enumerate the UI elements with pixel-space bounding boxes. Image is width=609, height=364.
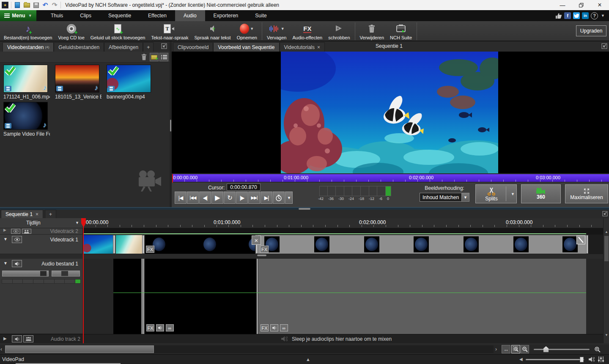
zoom-slider[interactable] (534, 349, 590, 350)
clip-shortcut-icon[interactable] (14, 2, 21, 8)
audio-fx-badge[interactable]: FX (146, 324, 154, 331)
redo-icon[interactable]: ↷ (51, 2, 58, 8)
open-folder-icon[interactable] (23, 2, 30, 8)
scroll-right-icon[interactable]: › (495, 346, 497, 352)
tab-voorbeeld-van-sequentie[interactable]: Voorbeeld van Sequentie (213, 42, 279, 52)
audiotrack2-row[interactable]: ▶ Audio track 2 Sleep je audioclips hier… (0, 334, 603, 343)
video-clip-reef[interactable] (83, 235, 113, 254)
audio-link-badge[interactable]: ∞ (280, 324, 288, 331)
facebook-icon[interactable]: f (564, 12, 571, 19)
step-forward-button[interactable]: |▶ (236, 192, 248, 204)
eye-icon[interactable] (11, 229, 20, 234)
timeline-vscrollbar[interactable]: ▲ ▼ (603, 218, 609, 343)
videotrack1-header[interactable]: ▼ Videotrack 1 (0, 235, 82, 254)
playhead-line[interactable] (83, 219, 84, 343)
menu-button[interactable]: Menu▼ (0, 10, 36, 21)
zoom-slider-thumb[interactable] (543, 346, 549, 352)
tab-thuis[interactable]: Thuis (42, 10, 71, 21)
play-button[interactable]: ▶ (211, 192, 223, 204)
clip-fx-badge[interactable]: FX (146, 246, 154, 253)
vscroll-thumb[interactable] (604, 236, 609, 261)
go-to-start-button[interactable]: |◀ (175, 192, 187, 204)
seek-playhead[interactable] (172, 174, 173, 183)
scroll-down-icon[interactable]: ▼ (605, 333, 608, 337)
splits-button[interactable]: ▼ Splits (475, 184, 517, 203)
play-timer-button[interactable] (273, 192, 285, 204)
close-icon[interactable]: × (317, 44, 320, 50)
expand-track-icon[interactable]: ▶ (3, 336, 7, 341)
collapse-track-icon[interactable]: ▼ (3, 237, 8, 241)
audio-effects-button[interactable]: FX Audio-effecten (289, 22, 325, 41)
aspect-ratio-select[interactable]: Inhoud Matchen ▼ (420, 193, 469, 202)
track-resize-grip[interactable] (257, 255, 266, 256)
people-icon[interactable] (22, 229, 31, 234)
media-item[interactable]: ♪ Sample Video File Fo... (3, 102, 50, 137)
audio-clip-2[interactable]: FX ∞ (144, 259, 257, 334)
timeline-ruler[interactable]: 00:00.000 0:01:00.000 0:02:00.000 0:03:0… (82, 218, 603, 228)
zoom-fit-button[interactable]: ↔ (502, 345, 510, 353)
video-thumbnail[interactable]: ♪ (3, 102, 48, 130)
close-button[interactable]: × (590, 0, 609, 10)
loop-button[interactable]: ↻ (224, 192, 236, 204)
master-speaker-icon[interactable] (588, 356, 595, 362)
add-files-button[interactable]: ♪+ Bestand(en) toevoegen (1, 22, 55, 41)
tab-afbeeldingen[interactable]: Afbeeldingen (104, 42, 143, 52)
undock-icon[interactable] (602, 211, 608, 216)
hscroll-thumb[interactable] (5, 345, 154, 353)
audio-speaker-badge[interactable] (156, 324, 164, 331)
scroll-up-icon[interactable]: ▲ (605, 230, 608, 234)
track-volume-slider[interactable] (2, 271, 49, 276)
videotrack2-header[interactable]: ▶ Videotrack 2 (0, 228, 82, 235)
audio-speaker-badge[interactable] (270, 324, 278, 331)
close-icon[interactable]: × (36, 211, 38, 217)
record-button[interactable]: ▼ Opnemen (234, 22, 260, 41)
audiotrack1-header[interactable]: ▼ Audio bestand 1 (0, 259, 82, 334)
cursor-time-input[interactable] (227, 183, 261, 191)
tab-suite[interactable]: Suite (247, 10, 275, 21)
undock-icon[interactable] (601, 43, 607, 49)
delete-button[interactable]: Verwijderen (357, 22, 387, 41)
tab-clips[interactable]: Clips (71, 10, 100, 21)
restore-button[interactable] (572, 0, 590, 10)
video-clip-earth-1[interactable] (145, 235, 255, 254)
tab-videotutorials[interactable]: Videotutorials × (280, 42, 325, 52)
help-chevron-icon[interactable]: ▼ (601, 14, 605, 18)
mixer-icon[interactable] (598, 356, 604, 363)
play-options-chevron[interactable]: ▼ (285, 192, 293, 204)
tab-effecten[interactable]: Effecten (140, 10, 175, 21)
clip-trim-handle[interactable] (113, 235, 115, 254)
clip-fx-badge[interactable]: FX (260, 246, 269, 253)
audio-clip-3[interactable]: FX ∞ (258, 259, 586, 334)
new-folder-icon[interactable]: + (150, 53, 159, 61)
fade-out-icon[interactable] (576, 235, 585, 244)
volume-down-icon[interactable]: ◀ (519, 357, 523, 361)
stock-sound-button[interactable]: ∿+ Geluid uit stock toevoegen (88, 22, 148, 41)
media-item[interactable]: bannerg004.mp4 (107, 65, 153, 100)
undo-icon[interactable]: ↶ (42, 2, 49, 8)
tab-geluidsbestanden[interactable]: Geluidsbestanden (54, 42, 104, 52)
transition-cross-icon[interactable]: × (252, 235, 261, 245)
people-icon[interactable] (23, 335, 33, 342)
tab-exporteren[interactable]: Exporteren (205, 10, 247, 21)
tab-sequence-1[interactable]: Sequentie 1 × (1, 210, 43, 218)
fade-button[interactable]: ▼ Vervagen (264, 22, 289, 41)
expand-track-icon[interactable]: ▶ (3, 228, 6, 232)
nch-suite-button[interactable]: NCH Suite (387, 22, 415, 41)
expand-panel-arrow[interactable]: ▲ (306, 357, 310, 362)
volume-slider-thumb[interactable] (580, 357, 584, 362)
next-clip-button[interactable]: ▶▶| (248, 192, 260, 204)
audio-link-badge[interactable]: ∞ (166, 324, 174, 331)
upgrade-button[interactable]: Upgraden (576, 25, 606, 36)
360-video-button[interactable]: 360 (521, 184, 561, 203)
like-icon[interactable] (555, 13, 562, 19)
hscroll-track[interactable] (5, 345, 494, 353)
tab-audio[interactable]: Audio (175, 10, 205, 21)
tab-sequentie[interactable]: Sequentie (100, 10, 140, 21)
speaker-icon[interactable] (12, 335, 22, 342)
save-icon[interactable] (33, 2, 39, 8)
tab-add-sequence[interactable]: + (45, 210, 56, 218)
step-back-button[interactable]: ◀| (199, 192, 211, 204)
clip-trim-handle[interactable] (586, 235, 588, 254)
zoom-selection-button[interactable] (511, 345, 520, 353)
video-thumbnail[interactable]: ♪ (3, 65, 48, 93)
